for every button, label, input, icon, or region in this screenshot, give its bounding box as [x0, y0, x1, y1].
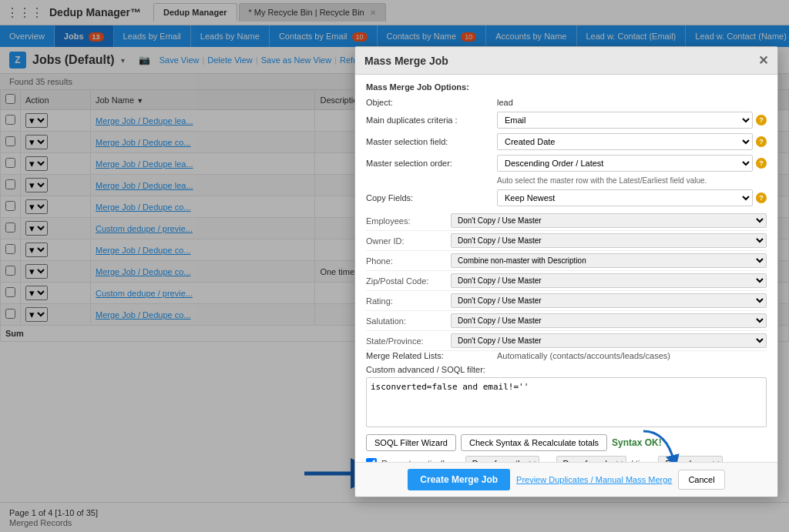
- copy-fields-row: Copy Fields: Keep Newest ?: [366, 189, 767, 206]
- master-field-label: Master selection field:: [366, 137, 497, 146]
- copy-field-select[interactable]: Don't Copy / Use Master: [451, 313, 767, 328]
- copy-field-row: Salutation: Don't Copy / Use Master: [366, 311, 767, 331]
- arrow-icon: [636, 427, 682, 462]
- master-field-help-icon: ?: [756, 136, 767, 147]
- main-dup-row: Main duplicates criteria : Email ?: [366, 112, 767, 129]
- cancel-button[interactable]: Cancel: [678, 470, 724, 490]
- options-header: Mass Merge Job Options:: [366, 82, 767, 92]
- copy-field-row: Phone: Combine non-master with Descripti…: [366, 251, 767, 271]
- copy-field-select[interactable]: Don't Copy / Use Master: [451, 333, 767, 348]
- copy-field-select[interactable]: Don't Copy / Use Master: [451, 293, 767, 308]
- copy-field-row: Employees: Don't Copy / Use Master: [366, 211, 767, 231]
- object-row: Object: lead: [366, 98, 767, 107]
- copy-field-row: Owner ID: Don't Copy / Use Master: [366, 231, 767, 251]
- preview-duplicates-button[interactable]: Preview Duplicates / Manual Mass Merge: [516, 475, 672, 484]
- master-field-select[interactable]: Created Date: [497, 133, 753, 150]
- copy-field-label: Zip/Postal Code:: [366, 276, 451, 286]
- main-dup-label: Main duplicates criteria :: [366, 115, 497, 125]
- create-merge-job-button[interactable]: Create Merge Job: [408, 469, 510, 490]
- copy-field-label: Rating:: [366, 296, 451, 306]
- copy-field-label: Owner ID:: [366, 236, 451, 246]
- master-order-select[interactable]: Descending Order / Latest: [497, 155, 753, 172]
- filter-section: Custom advanced / SOQL filter: isconvert…: [366, 365, 767, 430]
- merge-related-row: Merge Related Lists: Automatically (cont…: [366, 351, 767, 360]
- check-syntax-button[interactable]: Check Syntax & Recalculate totals: [461, 434, 607, 451]
- modal-footer: Create Merge Job Preview Duplicates / Ma…: [355, 462, 777, 497]
- schedule-row: Run automatically on Day of month or Day…: [366, 456, 767, 462]
- copy-field-row: State/Province: Don't Copy / Use Master: [366, 331, 767, 351]
- copy-field-label: State/Province:: [366, 336, 451, 346]
- soql-wizard-button[interactable]: SOQL Filter Wizard: [366, 434, 456, 451]
- day-of-week-select[interactable]: Day of week: [556, 456, 626, 462]
- filter-textarea[interactable]: isconverted=false and email!='': [366, 377, 767, 427]
- copy-field-label: Employees:: [366, 216, 451, 226]
- copy-field-label: Phone:: [366, 256, 451, 266]
- modal-body: Mass Merge Job Options: Object: lead Mai…: [355, 75, 777, 462]
- copy-fields-label: Copy Fields:: [366, 193, 497, 202]
- object-value: lead: [497, 98, 767, 107]
- master-order-row: Master selection order: Descending Order…: [366, 155, 767, 172]
- copy-field-row: Zip/Postal Code: Don't Copy / Use Master: [366, 271, 767, 291]
- copy-fields-select[interactable]: Keep Newest: [497, 189, 753, 206]
- modal-title: Mass Merge Job: [364, 55, 448, 67]
- object-label: Object:: [366, 98, 497, 107]
- copy-field-select[interactable]: Don't Copy / Use Master: [451, 273, 767, 288]
- main-dup-help-icon: ?: [756, 115, 767, 125]
- main-dup-select[interactable]: Email: [497, 112, 753, 129]
- copy-field-label: Salutation:: [366, 316, 451, 326]
- copy-field-select[interactable]: Combine non-master with Description: [451, 253, 767, 268]
- filter-label: Custom advanced / SOQL filter:: [366, 365, 767, 374]
- copy-field-select[interactable]: Don't Copy / Use Master: [451, 233, 767, 248]
- master-order-help-icon: ?: [756, 158, 767, 169]
- auto-select-hint: Auto select the master row with the Late…: [366, 176, 767, 185]
- merge-related-label: Merge Related Lists:: [366, 351, 497, 360]
- copy-field-row: Rating: Don't Copy / Use Master: [366, 291, 767, 311]
- modal-close-icon[interactable]: ✕: [758, 53, 768, 68]
- filter-buttons: SOQL Filter Wizard Check Syntax & Recalc…: [366, 434, 767, 451]
- copy-fields-help-icon: ?: [756, 192, 767, 203]
- copy-field-select[interactable]: Don't Copy / Use Master: [451, 213, 767, 228]
- master-order-label: Master selection order:: [366, 159, 497, 168]
- copy-fields-section: Employees: Don't Copy / Use Master Owner…: [366, 211, 767, 351]
- master-field-row: Master selection field: Created Date ?: [366, 133, 767, 150]
- mass-merge-modal: Mass Merge Job ✕ Mass Merge Job Options:…: [354, 46, 778, 497]
- merge-related-value: Automatically (contacts/accounts/leads/c…: [497, 351, 670, 360]
- modal-header: Mass Merge Job ✕: [355, 47, 777, 75]
- day-of-month-select[interactable]: Day of month: [465, 456, 539, 462]
